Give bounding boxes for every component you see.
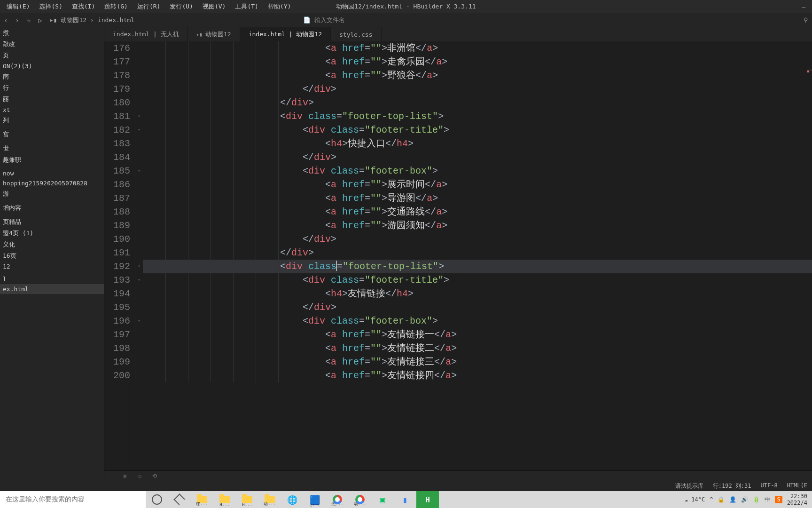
editor-tab[interactable]: index.html | 动物园12 <box>240 27 331 41</box>
status-rowcol[interactable]: 行:192 列:31 <box>713 482 751 490</box>
play-icon[interactable]: ▷ <box>38 16 42 24</box>
outline-icon[interactable]: ≡ <box>123 473 126 479</box>
sidebar-item[interactable]: now <box>0 168 104 178</box>
project-explorer[interactable]: 煮敲改页ON(2)(3)南行丽xt列宫世趣兼职nowhopping2159202… <box>0 27 104 481</box>
sidebar-item[interactable]: 敲改 <box>0 39 104 50</box>
fold-gutter[interactable]: ▾▾▾▾▾▾ <box>135 41 143 470</box>
crumb-file[interactable]: index.html <box>98 16 134 24</box>
folder-icon: ▸▮ <box>50 16 57 24</box>
menu-edit[interactable]: 编辑(E) <box>2 0 34 13</box>
code-content[interactable]: <a href="">非洲馆</a><a href="">走禽乐园</a><a … <box>143 41 812 470</box>
crumb-project[interactable]: 动物园12 <box>61 16 86 24</box>
windows-taskbar: 在这里输入你要搜索的内容 课... H... H... 动... 🌐 🟦[...… <box>0 491 812 508</box>
filter-icon[interactable]: ⚲ <box>804 16 808 24</box>
status-language[interactable]: HTML(E <box>787 482 807 490</box>
filename-input[interactable]: 输入文件名 <box>314 16 345 24</box>
tray-expand-icon[interactable]: ^ <box>710 496 713 503</box>
sidebar-item[interactable]: 行 <box>0 82 104 94</box>
sidebar-item[interactable]: 盟4页 (1) <box>0 228 104 239</box>
menu-tools[interactable]: 工具(T) <box>230 0 263 13</box>
sidebar-item[interactable]: hopping2159202005070828 <box>0 178 104 188</box>
statusbar: 语法提示库 行:192 列:31 UTF-8 HTML(E <box>0 481 812 491</box>
minimize-icon[interactable]: — <box>802 3 805 10</box>
tray-ime-sogou[interactable]: S <box>775 496 782 503</box>
menu-goto[interactable]: 跳转(G) <box>100 0 132 13</box>
window-title: 动物园12/index.html - HBuilder X 3.3.11 <box>336 2 476 11</box>
sidebar-item[interactable]: 南 <box>0 71 104 82</box>
tray-volume-icon[interactable]: 🔊 <box>741 496 748 503</box>
taskbar-app-1[interactable]: 🟦[... <box>304 491 326 508</box>
status-syntax[interactable]: 语法提示库 <box>675 482 703 490</box>
taskbar-hbuilder-icon[interactable]: H <box>416 491 439 508</box>
status-encoding[interactable]: UTF-8 <box>761 482 778 490</box>
sidebar-item[interactable]: 页精品 <box>0 216 104 228</box>
line-number-gutter: 1761771781791801811821831841851861871881… <box>104 41 135 470</box>
sidebar-item[interactable]: 义化 <box>0 239 104 250</box>
task-view-icon[interactable] <box>168 491 191 508</box>
editor-tab[interactable]: ▸▮动物园12 <box>188 27 240 41</box>
sidebar-item[interactable]: 页 <box>0 50 104 61</box>
sidebar-item[interactable]: 增内容 <box>0 202 104 214</box>
terminal-icon[interactable]: ▭ <box>138 473 141 479</box>
taskbar-folder-3[interactable]: H... <box>236 491 258 508</box>
menu-find[interactable]: 查找(I) <box>67 0 100 13</box>
weather-widget[interactable]: ☁ 14°C <box>685 496 705 503</box>
menu-help[interactable]: 帮助(Y) <box>263 0 296 13</box>
taskbar-clock[interactable]: 22:30 2022/4 <box>787 493 807 506</box>
taskbar-folder-1[interactable]: 课... <box>191 491 213 508</box>
taskbar-chrome-1[interactable]: 无... <box>326 491 349 508</box>
editor-tab[interactable]: index.html | 无人机 <box>104 27 188 41</box>
taskbar-chrome-2[interactable]: 动... <box>349 491 371 508</box>
sidebar-item[interactable]: 游 <box>0 188 104 199</box>
nav-back-icon[interactable]: ‹ <box>4 16 8 24</box>
toolbar: ‹ › ☆ ▷ ▸▮ 动物园12 › index.html 📄 输入文件名 ⚲ <box>0 13 812 27</box>
sidebar-item[interactable]: 宫 <box>0 129 104 140</box>
tray-user-icon[interactable]: 👤 <box>729 496 736 503</box>
taskbar-edge-icon[interactable]: 🌐 <box>281 491 304 508</box>
new-file-icon[interactable]: 📄 <box>303 16 311 24</box>
sidebar-item[interactable]: l <box>0 274 104 284</box>
sidebar-item[interactable]: xt <box>0 105 104 115</box>
menu-view[interactable]: 视图(V) <box>198 0 230 13</box>
tray-battery-icon[interactable]: 🔋 <box>753 496 760 503</box>
sidebar-item[interactable]: 趣兼职 <box>0 154 104 166</box>
code-editor[interactable]: 1761771781791801811821831841851861871881… <box>104 41 812 470</box>
taskbar-folder-4[interactable]: 动... <box>258 491 281 508</box>
sidebar-item-selected[interactable]: ex.html <box>0 284 104 294</box>
sidebar-item[interactable]: 丽 <box>0 94 104 105</box>
minimap[interactable] <box>807 70 812 443</box>
chevron-right-icon: › <box>90 16 94 24</box>
breadcrumb: ▸▮ 动物园12 › index.html <box>50 16 134 24</box>
menu-run[interactable]: 运行(R) <box>133 0 165 13</box>
sidebar-item[interactable]: 列 <box>0 115 104 126</box>
editor-footer-icons: ≡ ▭ ⟲ <box>104 470 812 481</box>
taskbar-folder-2[interactable]: H... <box>213 491 236 508</box>
tray-ime-lang[interactable]: 中 <box>765 496 770 504</box>
taskbar-wechat-icon[interactable]: ▣ <box>371 491 394 508</box>
taskbar-app-blue[interactable]: ▮ <box>394 491 416 508</box>
menu-publish[interactable]: 发行(U) <box>165 0 197 13</box>
sidebar-item[interactable]: 煮 <box>0 27 104 39</box>
sidebar-item[interactable]: 12 <box>0 262 104 271</box>
cortana-icon[interactable] <box>146 491 168 508</box>
editor-tab[interactable]: style.css <box>331 27 381 41</box>
editor-tabs: index.html | 无人机▸▮动物园12index.html | 动物园1… <box>104 27 812 41</box>
sidebar-item[interactable]: ON(2)(3) <box>0 61 104 71</box>
sidebar-item[interactable]: 16页 <box>0 250 104 262</box>
tray-security-icon[interactable]: 🔒 <box>718 496 725 503</box>
sidebar-item[interactable]: 世 <box>0 143 104 154</box>
menubar: 编辑(E) 选择(S) 查找(I) 跳转(G) 运行(R) 发行(U) 视图(V… <box>0 0 812 13</box>
menu-select[interactable]: 选择(S) <box>34 0 67 13</box>
star-icon[interactable]: ☆ <box>27 16 31 24</box>
sync-icon[interactable]: ⟲ <box>152 473 157 479</box>
system-tray: ☁ 14°C ^ 🔒 👤 🔊 🔋 中 S 22:30 2022/4 <box>680 493 812 506</box>
taskbar-search[interactable]: 在这里输入你要搜索的内容 <box>0 491 146 508</box>
nav-forward-icon[interactable]: › <box>15 16 19 24</box>
